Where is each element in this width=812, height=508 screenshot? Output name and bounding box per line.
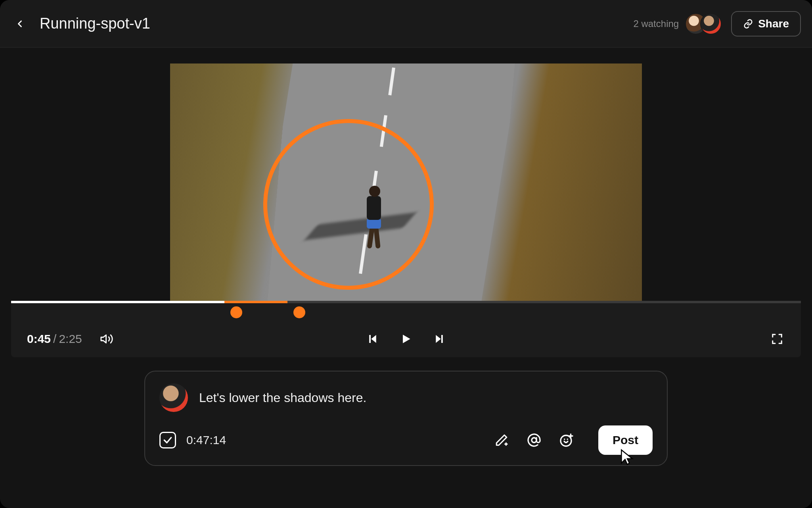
comment-input[interactable]: Let's lower the shadows here. (199, 391, 366, 405)
avatar (700, 13, 722, 35)
emoji-plus-icon (559, 433, 574, 447)
step-back-icon (367, 333, 379, 345)
timecode-checkbox[interactable] (159, 432, 176, 448)
time-current: 0:45 (27, 332, 51, 346)
svg-marker-1 (371, 335, 376, 343)
page-title: Running-spot-v1 (40, 15, 150, 32)
fullscreen-button[interactable] (769, 331, 785, 347)
svg-rect-2 (369, 335, 371, 343)
svg-point-9 (561, 435, 571, 446)
controls-row: 0:45 / 2:25 (11, 321, 801, 357)
link-icon (743, 19, 753, 29)
comment-author-avatar (159, 383, 188, 412)
timeline-markers (11, 303, 801, 321)
svg-marker-0 (101, 335, 106, 343)
volume-icon (100, 332, 113, 346)
chevron-left-icon (14, 18, 25, 29)
step-forward-button[interactable] (431, 331, 447, 347)
pencil-icon (495, 433, 508, 447)
play-icon (400, 333, 412, 345)
share-label: Share (758, 17, 789, 30)
mention-button[interactable] (525, 431, 544, 450)
svg-point-8 (532, 438, 536, 443)
time-total: 2:25 (59, 332, 82, 346)
comment-area: Let's lower the shadows here. 0:47:14 (0, 371, 812, 466)
step-back-button[interactable] (365, 331, 381, 347)
app-window: Running-spot-v1 2 watching Share (0, 0, 812, 508)
annotation-circle[interactable] (263, 119, 434, 290)
timeline-marker[interactable] (230, 306, 242, 318)
video-viewport (0, 48, 812, 301)
timeline-marker[interactable] (293, 306, 305, 318)
emoji-button[interactable] (557, 431, 576, 450)
post-button[interactable]: Post (598, 425, 653, 455)
back-button[interactable] (11, 15, 29, 33)
check-icon (163, 435, 173, 445)
svg-marker-4 (436, 335, 441, 343)
comment-tools (492, 431, 576, 450)
at-sign-icon (527, 433, 541, 447)
svg-marker-3 (403, 335, 410, 343)
comment-panel: Let's lower the shadows here. 0:47:14 (144, 371, 668, 466)
draw-annotation-button[interactable] (492, 431, 511, 450)
time-separator: / (53, 332, 56, 346)
post-label: Post (613, 433, 638, 446)
transport-controls (365, 331, 447, 347)
presence-avatars[interactable] (685, 13, 722, 35)
comment-footer: 0:47:14 Post (159, 425, 653, 455)
watching-count: 2 watching (633, 18, 679, 29)
volume-button[interactable] (99, 331, 115, 347)
play-button[interactable] (398, 331, 414, 347)
player-controls: 0:45 / 2:25 (11, 301, 801, 357)
step-forward-icon (433, 333, 445, 345)
video-frame[interactable] (170, 64, 642, 301)
svg-rect-5 (441, 335, 443, 343)
header-bar: Running-spot-v1 2 watching Share (0, 0, 812, 48)
comment-timecode: 0:47:14 (186, 433, 226, 447)
comment-row: Let's lower the shadows here. (159, 383, 653, 412)
share-button[interactable]: Share (731, 11, 801, 37)
fullscreen-icon (771, 333, 783, 345)
